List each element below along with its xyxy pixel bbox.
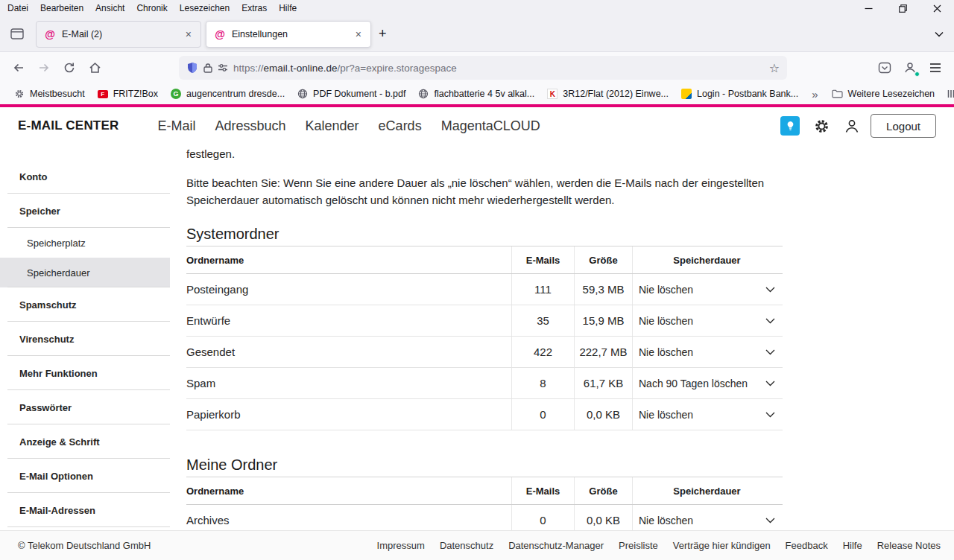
sidebar-item-mehr-funktionen[interactable]: Mehr Funktionen bbox=[0, 356, 170, 390]
folder-email-count: 111 bbox=[511, 274, 574, 305]
bookmark-label: Meistbesucht bbox=[30, 89, 85, 99]
nav-adressbuch[interactable]: Adressbuch bbox=[215, 118, 285, 134]
tab-email[interactable]: @ E-Mail (2) × bbox=[36, 21, 201, 48]
idea-lightbulb-icon[interactable] bbox=[780, 116, 800, 136]
home-button[interactable] bbox=[82, 56, 107, 80]
firefox-view-icon[interactable] bbox=[6, 23, 28, 45]
menu-hilfe[interactable]: Hilfe bbox=[273, 0, 303, 16]
account-person-icon[interactable] bbox=[844, 118, 860, 134]
folder-name: Spam bbox=[186, 368, 511, 398]
settings-sidebar: Konto Speicher Speicherplatz Speicherdau… bbox=[0, 144, 170, 530]
folder-email-count: 8 bbox=[511, 368, 574, 398]
site-k-icon: K bbox=[546, 88, 558, 100]
hamburger-menu-icon[interactable] bbox=[923, 56, 948, 80]
sidebar-item-anzeige-schrift[interactable]: Anzeige & Schrift bbox=[0, 424, 170, 459]
footer-link-vertraege-kuendigen[interactable]: Verträge hier kündigen bbox=[673, 540, 771, 551]
menu-datei[interactable]: Datei bbox=[1, 0, 34, 16]
bookmark-pdf-dokument[interactable]: PDF Dokument - b.pdf bbox=[291, 86, 411, 101]
footer-link-feedback[interactable]: Feedback bbox=[786, 540, 828, 551]
back-button[interactable] bbox=[6, 56, 31, 80]
sidebar-item-konto[interactable]: Konto bbox=[0, 159, 170, 194]
sidebar-item-passwoerter[interactable]: Passwörter bbox=[0, 390, 170, 424]
minimize-button[interactable] bbox=[851, 0, 885, 16]
duration-select[interactable]: Nie löschen bbox=[632, 399, 783, 430]
col-ordnername: Ordnername bbox=[186, 477, 511, 504]
sidebar-item-spamschutz[interactable]: Spamschutz bbox=[0, 287, 170, 322]
account-icon[interactable] bbox=[897, 56, 923, 80]
bookmark-weitere-lesezeichen[interactable]: Weitere Lesezeichen bbox=[826, 86, 941, 101]
sidebar-item-speicher[interactable]: Speicher bbox=[0, 194, 170, 228]
menu-extras[interactable]: Extras bbox=[236, 0, 273, 16]
bookmark-postbank[interactable]: Login - Postbank Bank... bbox=[675, 86, 804, 101]
section-title-meine-ordner: Meine Ordner bbox=[186, 456, 954, 474]
section-title-systemordner: Systemordner bbox=[186, 225, 954, 243]
duration-select[interactable]: Nach 90 Tagen löschen bbox=[632, 368, 783, 398]
bookmark-flachbatterie[interactable]: flachbatterie 4 5v alkal... bbox=[411, 86, 540, 101]
nav-ecards[interactable]: eCards bbox=[379, 118, 422, 134]
footer-link-preisliste[interactable]: Preisliste bbox=[619, 540, 658, 551]
pocket-icon[interactable] bbox=[872, 56, 897, 80]
logout-button[interactable]: Logout bbox=[871, 114, 936, 138]
footer-link-datenschutz[interactable]: Datenschutz bbox=[440, 540, 493, 551]
browser-menubar: Datei Bearbeiten Ansicht Chronik Lesezei… bbox=[0, 0, 954, 16]
bookmark-3r12-flat[interactable]: K 3R12/Flat (2012) Einwe... bbox=[540, 86, 675, 101]
sidebar-item-email-optionen[interactable]: E-Mail Optionen bbox=[0, 459, 170, 493]
settings-gear-icon[interactable] bbox=[813, 118, 830, 135]
nav-kalender[interactable]: Kalender bbox=[306, 118, 359, 134]
nav-email[interactable]: E-Mail bbox=[157, 118, 195, 134]
note-line-2: Speicherdauer automatisch gelöscht und k… bbox=[186, 191, 954, 209]
toolbar-bars-icon[interactable] bbox=[941, 88, 954, 100]
folder-size: 15,9 MB bbox=[574, 305, 632, 336]
duration-select[interactable]: Nie löschen bbox=[632, 505, 783, 530]
menu-ansicht[interactable]: Ansicht bbox=[89, 0, 130, 16]
menu-chronik[interactable]: Chronik bbox=[130, 0, 173, 16]
note-text: Bitte beachten Sie: Wenn Sie eine andere… bbox=[186, 174, 954, 209]
bookmark-augencentrum[interactable]: G augencentrum dresde... bbox=[164, 86, 291, 101]
bookmark-label: augencentrum dresde... bbox=[186, 89, 285, 99]
table-header-row: Ordnername E-Mails Größe Speicherdauer bbox=[186, 477, 783, 505]
lock-icon[interactable] bbox=[203, 63, 212, 73]
table-row: Entwürfe 35 15,9 MB Nie löschen bbox=[186, 305, 783, 337]
bookmark-fritzbox[interactable]: F FRITZ!Box bbox=[91, 86, 164, 101]
footer-link-datenschutz-manager[interactable]: Datenschutz-Manager bbox=[508, 540, 604, 551]
permissions-icon[interactable] bbox=[218, 63, 228, 72]
bookmark-meistbesucht[interactable]: Meistbesucht bbox=[7, 86, 91, 101]
bookmark-label: Weitere Lesezeichen bbox=[848, 89, 935, 99]
reload-button[interactable] bbox=[57, 56, 82, 80]
url-bar[interactable]: https://email.t-online.de/pr?a=expire.st… bbox=[179, 56, 787, 80]
tab-einstellungen[interactable]: @ Einstellungen × bbox=[206, 21, 371, 48]
tab-bar: @ E-Mail (2) × @ Einstellungen × + bbox=[0, 16, 954, 52]
sidebar-item-virenschutz[interactable]: Virenschutz bbox=[0, 322, 170, 356]
close-tab-icon[interactable]: × bbox=[353, 27, 364, 42]
fritzbox-icon: F bbox=[97, 88, 109, 100]
selected-duration: Nach 90 Tagen löschen bbox=[639, 378, 748, 389]
list-all-tabs-icon[interactable] bbox=[930, 27, 948, 42]
col-speicherdauer: Speicherdauer bbox=[632, 477, 783, 504]
forward-button[interactable] bbox=[31, 56, 57, 80]
footer-link-release-notes[interactable]: Release Notes bbox=[877, 540, 941, 551]
duration-select[interactable]: Nie löschen bbox=[632, 305, 783, 336]
chevron-down-icon bbox=[765, 349, 775, 355]
bookmark-star-icon[interactable]: ☆ bbox=[769, 61, 780, 75]
footer-link-impressum[interactable]: Impressum bbox=[377, 540, 425, 551]
tab-label: E-Mail (2) bbox=[62, 29, 183, 39]
nav-magentacloud[interactable]: MagentaCLOUD bbox=[441, 118, 540, 134]
window-controls bbox=[851, 0, 954, 16]
duration-select[interactable]: Nie löschen bbox=[632, 337, 783, 367]
new-tab-button[interactable]: + bbox=[371, 25, 394, 43]
footer-link-hilfe[interactable]: Hilfe bbox=[843, 540, 862, 551]
restore-button[interactable] bbox=[885, 0, 920, 16]
col-speicherdauer: Speicherdauer bbox=[632, 246, 783, 273]
bookmarks-overflow-chevron[interactable]: » bbox=[804, 88, 825, 101]
close-window-button[interactable] bbox=[920, 0, 954, 16]
close-tab-icon[interactable]: × bbox=[183, 27, 195, 42]
menu-bearbeiten[interactable]: Bearbeiten bbox=[34, 0, 89, 16]
sidebar-item-speicherplatz[interactable]: Speicherplatz bbox=[0, 228, 170, 258]
selected-duration: Nie löschen bbox=[639, 409, 693, 421]
sidebar-item-email-adressen[interactable]: E-Mail-Adressen bbox=[0, 493, 170, 527]
tracking-protection-shield-icon[interactable] bbox=[186, 62, 198, 74]
duration-select[interactable]: Nie löschen bbox=[632, 274, 783, 305]
col-emails: E-Mails bbox=[511, 246, 574, 273]
sidebar-item-speicherdauer[interactable]: Speicherdauer bbox=[0, 258, 170, 287]
menu-lesezeichen[interactable]: Lesezeichen bbox=[174, 0, 236, 16]
